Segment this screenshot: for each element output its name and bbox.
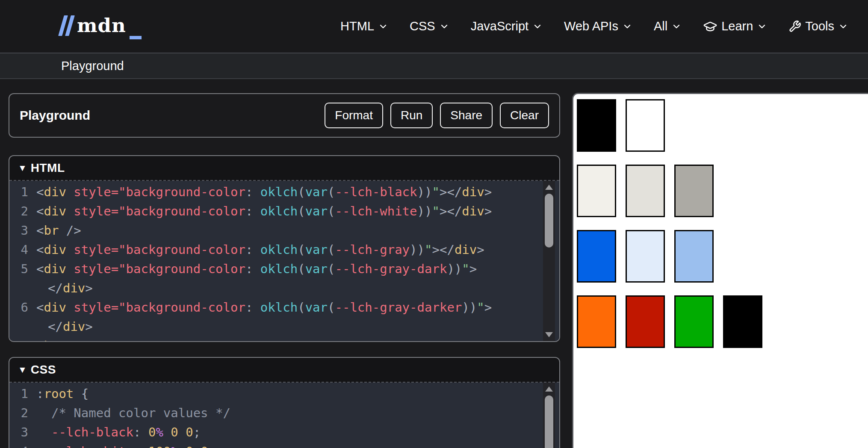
collapse-triangle-icon: ▼	[18, 163, 27, 173]
wrench-icon	[788, 20, 801, 33]
color-swatch	[626, 99, 665, 152]
code-line: 6<div style="background-color: oklch(var…	[9, 298, 559, 317]
code-line: 3<br />	[9, 221, 559, 240]
scrollbar-thumb[interactable]	[545, 395, 553, 448]
format-button[interactable]: Format	[325, 103, 383, 128]
css-code-editor[interactable]: 1:root {2 /* Named color values */3 --lc…	[9, 383, 559, 448]
color-swatch	[723, 295, 762, 348]
swatch-row	[577, 295, 868, 348]
playground-header-panel: Playground FormatRunShareClear	[9, 93, 560, 138]
nav-item-label: HTML	[340, 19, 374, 33]
mdn-logo-slashes-icon	[61, 15, 72, 36]
nav-item-label: Learn	[721, 19, 753, 33]
scrollbar-thumb[interactable]	[545, 194, 553, 248]
playground-toolbar: FormatRunShareClear	[325, 103, 549, 128]
mdn-logo-text: mdn	[77, 15, 126, 36]
code-text: <div style="background-color: oklch(var(…	[36, 183, 492, 202]
chevron-down-icon	[838, 21, 848, 32]
code-text: <div style="background-color: oklch(var(…	[36, 298, 492, 317]
code-text: </div>	[48, 317, 93, 336]
mdn-logo[interactable]: mdn	[61, 11, 142, 40]
nav-item-learn[interactable]: Learn	[703, 19, 767, 34]
nav-item-label: All	[654, 19, 667, 33]
code-text: </div>	[48, 279, 93, 298]
code-text: --lch-black: 0% 0 0;	[36, 423, 201, 442]
code-text: <div style="background-color: oklch(var(…	[36, 259, 477, 279]
scroll-up-arrow[interactable]	[545, 185, 553, 190]
color-swatch	[626, 295, 665, 348]
nav-item-label: Web APIs	[564, 19, 618, 33]
color-swatch	[626, 165, 665, 217]
nav-item-web-apis[interactable]: Web APIs	[564, 19, 632, 33]
color-swatch	[674, 165, 714, 217]
code-text: <br />	[36, 221, 81, 240]
line-number: 2	[9, 404, 28, 423]
chevron-down-icon	[671, 21, 682, 32]
swatch-row	[577, 230, 868, 283]
run-button[interactable]: Run	[390, 103, 433, 128]
chevron-down-icon	[378, 21, 388, 32]
color-swatch	[674, 230, 714, 283]
chevron-down-icon	[532, 21, 543, 32]
code-line: 4 --lch-white: 100% 0 0;	[9, 442, 559, 448]
html-section-toggle[interactable]: ▼ HTML	[9, 156, 559, 181]
html-editor-section: ▼ HTML 1<div style="background-color: ok…	[9, 155, 560, 342]
line-number: 5	[9, 259, 28, 279]
graduation-cap-icon	[703, 19, 717, 34]
nav-item-tools[interactable]: Tools	[788, 19, 848, 33]
code-line: 2 /* Named color values */	[9, 404, 559, 423]
color-swatch	[577, 165, 616, 217]
code-line: 2<div style="background-color: oklch(var…	[9, 202, 559, 221]
nav-item-label: JavaScript	[471, 19, 528, 33]
output-preview-panel	[572, 93, 868, 448]
nav-item-html[interactable]: HTML	[340, 19, 388, 33]
swatch-row	[577, 165, 868, 217]
html-code-editor[interactable]: 1<div style="background-color: oklch(var…	[9, 181, 559, 341]
mdn-logo-underscore-icon	[130, 36, 142, 39]
line-number: 2	[9, 202, 28, 221]
html-section-label: HTML	[31, 161, 65, 175]
primary-nav: HTMLCSSJavaScriptWeb APIsAllLearnTools	[340, 0, 848, 53]
swatch-row	[577, 99, 868, 152]
code-line-wrapped: </div>	[9, 317, 559, 336]
page-title: Playground	[20, 108, 90, 123]
css-editor-scrollbar	[543, 383, 555, 448]
css-section-toggle[interactable]: ▼ CSS	[9, 358, 559, 383]
chevron-down-icon	[757, 21, 767, 32]
html-editor-scrollbar	[543, 181, 555, 341]
code-line: 3 --lch-black: 0% 0 0;	[9, 423, 559, 442]
code-line-wrapped: </div>	[9, 279, 559, 298]
color-swatch	[626, 230, 665, 283]
code-line: 4<div style="background-color: oklch(var…	[9, 240, 559, 259]
scroll-down-arrow[interactable]	[545, 332, 553, 337]
nav-item-css[interactable]: CSS	[410, 19, 449, 33]
color-swatch	[577, 295, 616, 348]
code-text: <div style="background-color: oklch(var(…	[36, 202, 492, 221]
mdn-playground-page: mdn HTMLCSSJavaScriptWeb APIsAllLearnToo…	[0, 0, 868, 448]
color-swatch	[577, 99, 616, 152]
clear-button[interactable]: Clear	[500, 103, 549, 128]
nav-item-label: Tools	[805, 19, 834, 33]
code-line: 7<br />	[9, 336, 559, 341]
code-text: <div style="background-color: oklch(var(…	[36, 240, 484, 259]
breadcrumb: Playground	[61, 59, 124, 73]
line-number: 6	[9, 298, 28, 317]
css-editor-section: ▼ CSS 1:root {2 /* Named color values */…	[9, 357, 560, 448]
scroll-up-arrow[interactable]	[545, 386, 553, 392]
line-number: 1	[9, 183, 28, 202]
nav-item-label: CSS	[410, 19, 435, 33]
nav-item-javascript[interactable]: JavaScript	[471, 19, 543, 33]
code-text: <br />	[36, 336, 81, 341]
color-swatch	[674, 295, 714, 348]
chevron-down-icon	[622, 21, 632, 32]
code-text: --lch-white: 100% 0 0;	[36, 442, 216, 448]
line-number: 3	[9, 221, 28, 240]
code-line: 1<div style="background-color: oklch(var…	[9, 183, 559, 202]
line-number: 4	[9, 240, 28, 259]
chevron-down-icon	[439, 21, 449, 32]
nav-item-all[interactable]: All	[654, 19, 682, 33]
code-line: 1:root {	[9, 384, 559, 404]
share-button[interactable]: Share	[440, 103, 493, 128]
page-title-bar: Playground	[0, 53, 868, 79]
code-text: :root {	[36, 384, 89, 404]
